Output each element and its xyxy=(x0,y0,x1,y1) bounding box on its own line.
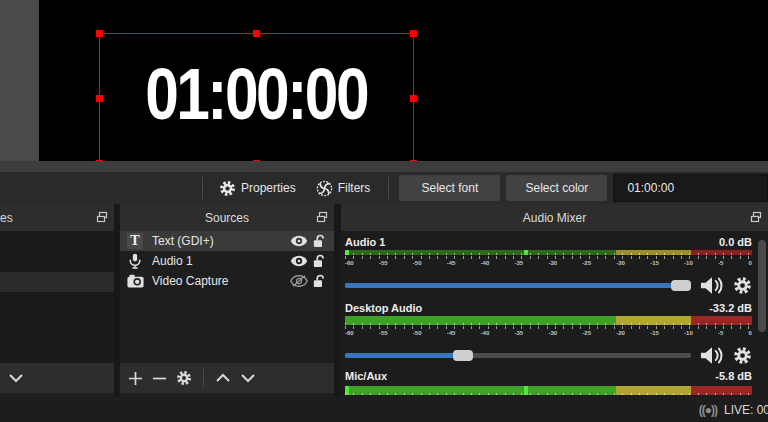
toolbar-separator xyxy=(388,177,389,199)
channel-name: Audio 1 xyxy=(345,236,385,248)
visibility-eye-icon[interactable] xyxy=(288,235,310,247)
volume-meter xyxy=(345,250,752,255)
mixer-scrollbar[interactable] xyxy=(758,240,766,332)
tick-label: -55 xyxy=(379,329,388,337)
meter-scale: -60-55-50-45-40-35-30-25-20-15-10-50 xyxy=(345,326,752,338)
preview-canvas[interactable]: 01:00:00 xyxy=(39,0,768,161)
source-selection-box[interactable]: 01:00:00 xyxy=(99,33,414,164)
source-properties-gear-icon[interactable] xyxy=(176,370,192,386)
scenes-list[interactable] xyxy=(0,231,114,363)
source-label: Video Capture xyxy=(152,274,288,288)
sources-toolbar xyxy=(120,363,334,393)
text-content-input[interactable]: 01:00:00 xyxy=(613,174,768,202)
move-scene-down-button[interactable] xyxy=(8,373,24,383)
filters-label: Filters xyxy=(338,181,371,195)
scenes-panel-header[interactable]: es xyxy=(0,204,114,231)
tick-label: -40 xyxy=(481,259,490,267)
move-source-up-button[interactable] xyxy=(215,373,231,383)
channel-gear-icon[interactable] xyxy=(733,346,752,365)
select-color-button[interactable]: Select color xyxy=(506,175,607,201)
tick-label: -35 xyxy=(515,259,524,267)
selection-handle[interactable] xyxy=(253,30,260,37)
channel-db-value: 0.0 dB xyxy=(719,236,752,248)
selected-scene-row[interactable] xyxy=(0,272,114,292)
tick-label: -50 xyxy=(413,329,422,337)
source-row-text[interactable]: T Text (GDI+) xyxy=(120,231,334,251)
tick-label: 0 xyxy=(749,259,752,267)
speaker-icon[interactable] xyxy=(700,276,724,295)
volume-slider[interactable] xyxy=(345,283,691,288)
remove-source-button[interactable] xyxy=(152,371,167,386)
tick-label: -15 xyxy=(650,329,659,337)
tick-label: -5 xyxy=(718,259,723,267)
broadcast-icon: ((●)) xyxy=(699,403,717,417)
selection-handle[interactable] xyxy=(96,30,103,37)
scenes-toolbar xyxy=(0,363,114,393)
source-label: Text (GDI+) xyxy=(152,234,288,248)
mixer-channel-audio1: Audio 1 0.0 dB -60-55-50-45-40-35-30-25-… xyxy=(345,234,752,295)
sources-panel-title: Sources xyxy=(205,211,249,225)
video-preview[interactable]: 01:00:00 xyxy=(0,0,768,161)
tick-label: -15 xyxy=(650,259,659,267)
sources-panel: Sources T Text (GDI+) xyxy=(120,204,334,397)
tick-label: -10 xyxy=(684,329,693,337)
volume-meter xyxy=(345,386,752,395)
filters-button[interactable]: Filters xyxy=(316,180,371,197)
popout-icon[interactable] xyxy=(96,211,108,223)
channel-gear-icon[interactable] xyxy=(733,276,752,295)
mixer-channel-mic-aux: Mic/Aux -5.8 dB xyxy=(345,368,752,395)
tick-label: -55 xyxy=(379,259,388,267)
channel-db-value: -5.8 dB xyxy=(715,370,752,382)
microphone-icon xyxy=(126,253,144,269)
status-bar: ((●)) LIVE: 00 xyxy=(0,397,768,422)
channel-name: Desktop Audio xyxy=(345,302,422,314)
popout-icon[interactable] xyxy=(750,211,762,223)
properties-button[interactable]: Properties xyxy=(219,180,296,197)
visibility-eye-slash-icon[interactable] xyxy=(288,275,310,287)
volume-slider[interactable] xyxy=(345,353,691,358)
gear-icon xyxy=(219,180,236,197)
selection-handle[interactable] xyxy=(410,30,417,37)
selection-handle[interactable] xyxy=(410,95,417,102)
speaker-icon[interactable] xyxy=(700,346,724,365)
volume-meter xyxy=(345,316,752,325)
meter-scale: -60-55-50-45-40-35-30-25-20-15-10-50 xyxy=(345,256,752,268)
dock-area: es Sources xyxy=(0,204,768,397)
channel-db-value: -33.2 dB xyxy=(709,302,752,314)
source-label: Audio 1 xyxy=(152,254,288,268)
visibility-eye-icon[interactable] xyxy=(288,255,310,267)
unlock-icon[interactable] xyxy=(310,234,328,248)
scenes-panel-title: es xyxy=(0,211,13,225)
source-toolbar: Properties Filters Select font Select co… xyxy=(0,172,768,204)
tick-label: -40 xyxy=(481,329,490,337)
tick-label: -25 xyxy=(582,259,591,267)
tick-label: -10 xyxy=(684,259,693,267)
tick-label: -45 xyxy=(447,259,456,267)
toolbar-separator xyxy=(202,177,203,199)
move-source-down-button[interactable] xyxy=(240,373,256,383)
audio-mixer-panel: Audio Mixer Audio 1 0.0 dB -60-55-50-45-… xyxy=(341,204,768,397)
channel-name: Mic/Aux xyxy=(345,370,387,382)
tick-label: -20 xyxy=(616,329,625,337)
add-source-button[interactable] xyxy=(128,371,143,386)
tick-label: -20 xyxy=(616,259,625,267)
unlock-icon[interactable] xyxy=(310,274,328,288)
tick-label: -35 xyxy=(515,329,524,337)
scenes-panel: es xyxy=(0,204,114,397)
camera-icon xyxy=(126,273,144,289)
select-font-button[interactable]: Select font xyxy=(399,175,500,201)
tick-label: -5 xyxy=(718,329,723,337)
popout-icon[interactable] xyxy=(316,211,328,223)
tick-label: -30 xyxy=(548,329,557,337)
slider-handle[interactable] xyxy=(671,280,691,291)
tick-label: -60 xyxy=(345,259,354,267)
audio-mixer-header[interactable]: Audio Mixer xyxy=(341,204,768,231)
text-source-icon: T xyxy=(126,233,144,249)
slider-handle[interactable] xyxy=(453,350,473,361)
unlock-icon[interactable] xyxy=(310,254,328,268)
filters-icon xyxy=(316,180,333,197)
selection-handle[interactable] xyxy=(96,95,103,102)
source-row-audio[interactable]: Audio 1 xyxy=(120,251,334,271)
sources-panel-header[interactable]: Sources xyxy=(120,204,334,231)
source-row-video[interactable]: Video Capture xyxy=(120,271,334,291)
